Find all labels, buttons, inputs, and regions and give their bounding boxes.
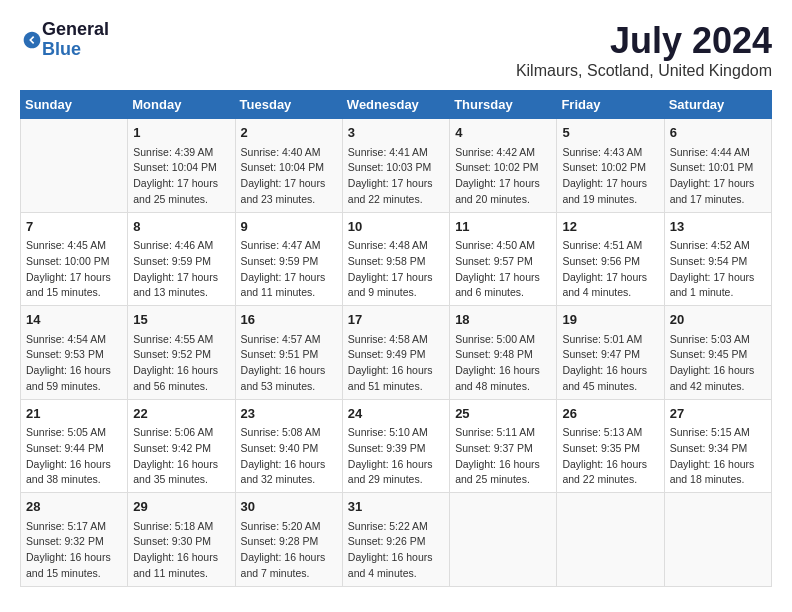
cell-content: Sunrise: 4:44 AM	[670, 145, 766, 161]
cell-content: Sunset: 9:34 PM	[670, 441, 766, 457]
calendar-table: SundayMondayTuesdayWednesdayThursdayFrid…	[20, 90, 772, 587]
cell-content: Daylight: 16 hours	[26, 457, 122, 473]
cell-content: Daylight: 16 hours	[348, 457, 444, 473]
cell-content: Daylight: 17 hours	[455, 176, 551, 192]
day-number: 27	[670, 404, 766, 424]
calendar-cell: 30Sunrise: 5:20 AMSunset: 9:28 PMDayligh…	[235, 493, 342, 587]
calendar-cell: 2Sunrise: 4:40 AMSunset: 10:04 PMDayligh…	[235, 119, 342, 213]
cell-content: Sunset: 10:04 PM	[133, 160, 229, 176]
calendar-cell: 1Sunrise: 4:39 AMSunset: 10:04 PMDayligh…	[128, 119, 235, 213]
day-number: 16	[241, 310, 337, 330]
day-number: 5	[562, 123, 658, 143]
cell-content: Daylight: 16 hours	[670, 363, 766, 379]
cell-content: Sunrise: 5:18 AM	[133, 519, 229, 535]
cell-content: Daylight: 16 hours	[133, 550, 229, 566]
cell-content: Sunset: 9:35 PM	[562, 441, 658, 457]
cell-content: and 18 minutes.	[670, 472, 766, 488]
cell-content: Sunset: 10:01 PM	[670, 160, 766, 176]
cell-content: Sunrise: 5:15 AM	[670, 425, 766, 441]
cell-content: Sunrise: 5:06 AM	[133, 425, 229, 441]
day-number: 7	[26, 217, 122, 237]
cell-content: Daylight: 17 hours	[670, 176, 766, 192]
month-title: July 2024	[516, 20, 772, 62]
cell-content: Sunset: 9:54 PM	[670, 254, 766, 270]
calendar-week-5: 28Sunrise: 5:17 AMSunset: 9:32 PMDayligh…	[21, 493, 772, 587]
day-number: 4	[455, 123, 551, 143]
cell-content: Sunrise: 4:55 AM	[133, 332, 229, 348]
day-number: 6	[670, 123, 766, 143]
logo-icon	[22, 30, 42, 50]
header-monday: Monday	[128, 91, 235, 119]
header-thursday: Thursday	[450, 91, 557, 119]
cell-content: Sunset: 9:59 PM	[241, 254, 337, 270]
cell-content: and 29 minutes.	[348, 472, 444, 488]
cell-content: and 11 minutes.	[133, 566, 229, 582]
cell-content: Sunset: 10:02 PM	[562, 160, 658, 176]
calendar-week-1: 1Sunrise: 4:39 AMSunset: 10:04 PMDayligh…	[21, 119, 772, 213]
page-header: General Blue July 2024 Kilmaurs, Scotlan…	[20, 20, 772, 80]
logo-text: General Blue	[42, 20, 109, 60]
day-number: 26	[562, 404, 658, 424]
day-number: 10	[348, 217, 444, 237]
header-tuesday: Tuesday	[235, 91, 342, 119]
day-number: 29	[133, 497, 229, 517]
cell-content: Sunset: 9:44 PM	[26, 441, 122, 457]
cell-content: Daylight: 17 hours	[562, 176, 658, 192]
title-area: July 2024 Kilmaurs, Scotland, United Kin…	[516, 20, 772, 80]
cell-content: and 7 minutes.	[241, 566, 337, 582]
cell-content: Daylight: 16 hours	[133, 363, 229, 379]
cell-content: and 45 minutes.	[562, 379, 658, 395]
calendar-cell: 16Sunrise: 4:57 AMSunset: 9:51 PMDayligh…	[235, 306, 342, 400]
cell-content: Sunrise: 5:11 AM	[455, 425, 551, 441]
cell-content: and 6 minutes.	[455, 285, 551, 301]
cell-content: Sunrise: 4:57 AM	[241, 332, 337, 348]
header-saturday: Saturday	[664, 91, 771, 119]
cell-content: Sunset: 9:57 PM	[455, 254, 551, 270]
cell-content: Daylight: 17 hours	[562, 270, 658, 286]
calendar-cell: 21Sunrise: 5:05 AMSunset: 9:44 PMDayligh…	[21, 399, 128, 493]
calendar-cell: 8Sunrise: 4:46 AMSunset: 9:59 PMDaylight…	[128, 212, 235, 306]
calendar-cell: 13Sunrise: 4:52 AMSunset: 9:54 PMDayligh…	[664, 212, 771, 306]
cell-content: Daylight: 17 hours	[455, 270, 551, 286]
cell-content: Sunrise: 4:42 AM	[455, 145, 551, 161]
calendar-cell: 4Sunrise: 4:42 AMSunset: 10:02 PMDayligh…	[450, 119, 557, 213]
day-number: 13	[670, 217, 766, 237]
cell-content: Daylight: 17 hours	[133, 176, 229, 192]
calendar-cell	[450, 493, 557, 587]
cell-content: and 22 minutes.	[348, 192, 444, 208]
cell-content: Sunrise: 4:50 AM	[455, 238, 551, 254]
day-number: 28	[26, 497, 122, 517]
cell-content: Sunset: 9:51 PM	[241, 347, 337, 363]
cell-content: and 9 minutes.	[348, 285, 444, 301]
cell-content: Daylight: 16 hours	[241, 457, 337, 473]
cell-content: and 53 minutes.	[241, 379, 337, 395]
cell-content: Sunrise: 5:22 AM	[348, 519, 444, 535]
calendar-cell: 5Sunrise: 4:43 AMSunset: 10:02 PMDayligh…	[557, 119, 664, 213]
cell-content: and 22 minutes.	[562, 472, 658, 488]
calendar-cell: 23Sunrise: 5:08 AMSunset: 9:40 PMDayligh…	[235, 399, 342, 493]
cell-content: and 25 minutes.	[133, 192, 229, 208]
cell-content: and 38 minutes.	[26, 472, 122, 488]
calendar-cell: 3Sunrise: 4:41 AMSunset: 10:03 PMDayligh…	[342, 119, 449, 213]
day-number: 19	[562, 310, 658, 330]
cell-content: and 32 minutes.	[241, 472, 337, 488]
day-number: 30	[241, 497, 337, 517]
calendar-week-3: 14Sunrise: 4:54 AMSunset: 9:53 PMDayligh…	[21, 306, 772, 400]
cell-content: Sunset: 10:00 PM	[26, 254, 122, 270]
cell-content: and 17 minutes.	[670, 192, 766, 208]
calendar-cell: 19Sunrise: 5:01 AMSunset: 9:47 PMDayligh…	[557, 306, 664, 400]
calendar-cell	[21, 119, 128, 213]
day-number: 17	[348, 310, 444, 330]
cell-content: Sunrise: 5:13 AM	[562, 425, 658, 441]
day-number: 11	[455, 217, 551, 237]
cell-content: Sunrise: 4:54 AM	[26, 332, 122, 348]
cell-content: Daylight: 17 hours	[26, 270, 122, 286]
logo-general: General	[42, 20, 109, 40]
cell-content: Daylight: 16 hours	[241, 363, 337, 379]
cell-content: Sunset: 9:59 PM	[133, 254, 229, 270]
calendar-cell: 18Sunrise: 5:00 AMSunset: 9:48 PMDayligh…	[450, 306, 557, 400]
cell-content: Sunset: 9:53 PM	[26, 347, 122, 363]
day-number: 15	[133, 310, 229, 330]
calendar-cell: 14Sunrise: 4:54 AMSunset: 9:53 PMDayligh…	[21, 306, 128, 400]
cell-content: Daylight: 17 hours	[133, 270, 229, 286]
